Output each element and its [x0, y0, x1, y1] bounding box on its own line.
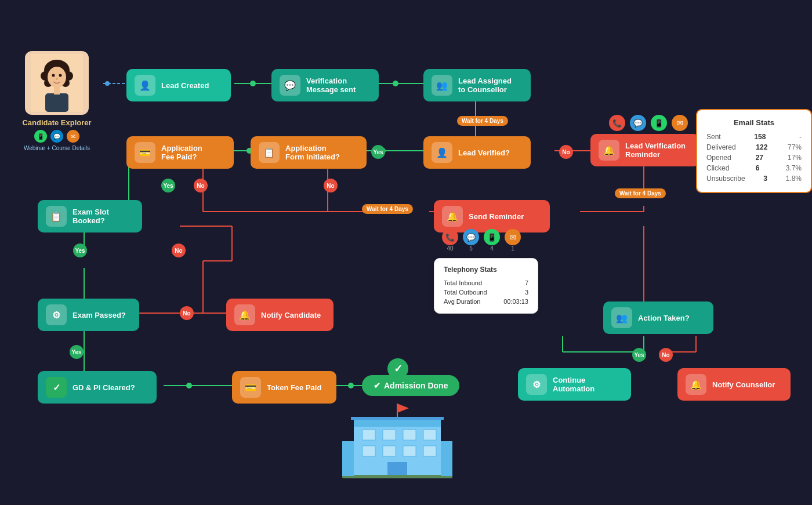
lead-verification-reminder-icon: 🔔	[599, 140, 619, 161]
svg-rect-70	[403, 446, 416, 456]
phone-icon-sr: 📞	[442, 229, 458, 245]
svg-point-1	[105, 81, 110, 86]
channel-icons-send-reminder: 📞 40 💬 5 📱 4 ✉ 1	[442, 229, 521, 252]
node-token-fee[interactable]: 💳 Token Fee Paid	[232, 371, 336, 404]
application-form-label: Application Form Initiated?	[285, 144, 340, 161]
node-lead-verified[interactable]: 👤 Lead Verified?	[423, 136, 531, 169]
node-application-form[interactable]: 📋 Application Form Initiated?	[251, 136, 367, 169]
channel-icons-top: 📞 💬 📱 ✉	[609, 115, 688, 131]
wait-badge-1: Wait for 4 Days	[457, 116, 508, 126]
action-taken-label: Action Taken?	[638, 314, 690, 322]
email-icon: ✉	[67, 130, 79, 143]
exam-passed-label: Exam Passed?	[72, 311, 126, 319]
exam-passed-no: No	[180, 306, 194, 320]
exam-slot-label: Exam Slot Booked?	[72, 208, 109, 225]
send-reminder-label: Send Reminder	[469, 212, 524, 221]
token-fee-icon: 💳	[240, 377, 261, 398]
continue-automation-icon: ⚙	[526, 374, 547, 395]
lead-assigned-label: Lead Assigned to Counsellor	[458, 77, 512, 94]
telephony-stats-card: Telephony Stats Total Inbound7 Total Out…	[434, 258, 538, 314]
action-taken-no: No	[659, 348, 673, 362]
app-fee-no: No	[194, 179, 208, 192]
email-icon-sr: ✉	[505, 229, 521, 245]
node-lead-assigned[interactable]: 👥 Lead Assigned to Counsellor	[423, 69, 531, 101]
email-stat-delivered: Delivered 122 77%	[706, 142, 802, 152]
node-exam-slot[interactable]: 📋 Exam Slot Booked?	[38, 200, 142, 232]
email-stat-clicked: Clicked 6 3.7%	[706, 163, 802, 173]
svg-rect-68	[362, 446, 375, 456]
notify-candidate-icon: 🔔	[234, 304, 255, 325]
admission-done-label: Admission Done	[384, 381, 448, 390]
lead-created-icon: 👤	[135, 75, 155, 96]
action-taken-yes: Yes	[632, 348, 646, 362]
node-gd-pi[interactable]: ✓ GD & PI Cleared?	[38, 371, 157, 404]
svg-rect-72	[387, 462, 407, 476]
node-verification-message[interactable]: 💬 Verification Message sent	[271, 69, 379, 101]
email-stats-title: Email Stats	[706, 118, 802, 127]
exam-passed-icon: ⚙	[46, 304, 67, 325]
svg-rect-66	[403, 430, 416, 440]
svg-rect-75	[342, 475, 452, 478]
exam-passed-yes: Yes	[70, 345, 84, 359]
node-notify-candidate[interactable]: 🔔 Notify Candidate	[226, 299, 334, 331]
application-form-icon: 📋	[259, 142, 280, 163]
email-stat-opened: Opened 27 17%	[706, 152, 802, 163]
app-form-yes: Yes	[371, 145, 385, 159]
lead-created-label: Lead Created	[161, 81, 209, 90]
candidate-social-icons: 📱 💬 ✉	[14, 130, 100, 143]
exam-slot-yes: Yes	[73, 244, 87, 257]
phone-icon: 📞	[609, 115, 625, 131]
avatar	[25, 51, 89, 115]
svg-marker-74	[397, 404, 409, 413]
node-lead-verification-reminder[interactable]: 🔔 Lead Verification Reminder	[590, 134, 699, 166]
wait-badge-2: Wait for 4 Days	[362, 204, 413, 214]
lead-verification-reminder-label: Lead Verification Reminder	[625, 141, 686, 159]
chat-icon-top: 💬	[630, 115, 646, 131]
exam-slot-no: No	[172, 244, 186, 257]
svg-rect-76	[342, 441, 354, 476]
node-notify-counsellor[interactable]: 🔔 Notify Counsellor	[677, 368, 791, 401]
telephony-stats-title: Telephony Stats	[444, 266, 528, 274]
building-illustration	[342, 401, 452, 482]
gd-pi-label: GD & PI Cleared?	[72, 383, 135, 392]
svg-point-56	[52, 74, 55, 77]
email-stat-unsubscribe: Unsubscribe 3 1.8%	[706, 173, 802, 184]
application-fee-label: Application Fee Paid?	[161, 144, 202, 161]
node-lead-created[interactable]: 👤 Lead Created	[126, 69, 231, 101]
candidate-card: Candidate Explorer 📱 💬 ✉ Webinar + Cours…	[14, 51, 100, 151]
whatsapp-icon: 📱	[34, 130, 47, 143]
verification-message-icon: 💬	[280, 75, 300, 96]
notify-candidate-label: Notify Candidate	[261, 311, 321, 319]
candidate-name: Candidate Explorer	[14, 118, 100, 127]
svg-point-57	[59, 74, 62, 77]
notify-counsellor-icon: 🔔	[686, 374, 706, 395]
svg-point-33	[186, 383, 192, 388]
email-stats-card: Email Stats Sent 158 - Delivered 122 77%…	[696, 109, 812, 193]
svg-point-55	[48, 67, 66, 88]
svg-point-35	[348, 383, 354, 388]
svg-rect-59	[45, 93, 68, 112]
wait-badge-3: Wait for 4 Days	[615, 188, 666, 198]
svg-rect-64	[362, 430, 375, 440]
svg-point-3	[250, 81, 256, 86]
application-fee-icon: 💳	[135, 142, 155, 163]
node-continue-automation[interactable]: ⚙ Continue Automation	[518, 368, 631, 401]
svg-point-5	[393, 81, 398, 86]
lead-verified-no: No	[559, 145, 573, 159]
send-reminder-icon: 🔔	[442, 206, 463, 227]
node-action-taken[interactable]: 👥 Action Taken?	[603, 301, 713, 334]
node-exam-passed[interactable]: ⚙ Exam Passed?	[38, 299, 139, 331]
whatsapp-icon-top: 📱	[651, 115, 667, 131]
svg-point-58	[56, 78, 58, 80]
verification-message-label: Verification Message sent	[306, 77, 356, 94]
node-send-reminder[interactable]: 🔔 Send Reminder	[434, 200, 550, 232]
notify-counsellor-label: Notify Counsellor	[712, 380, 775, 389]
admission-done-checkmark: ✔	[374, 381, 380, 390]
exam-slot-icon: 📋	[46, 206, 67, 227]
svg-rect-65	[383, 430, 396, 440]
action-taken-icon: 👥	[611, 307, 632, 328]
candidate-link[interactable]: Webinar + Course Details	[14, 145, 100, 151]
node-application-fee[interactable]: 💳 Application Fee Paid?	[126, 136, 234, 169]
tele-duration: Avg Duration00:03:13	[444, 297, 528, 306]
email-icon-top: ✉	[672, 115, 688, 131]
